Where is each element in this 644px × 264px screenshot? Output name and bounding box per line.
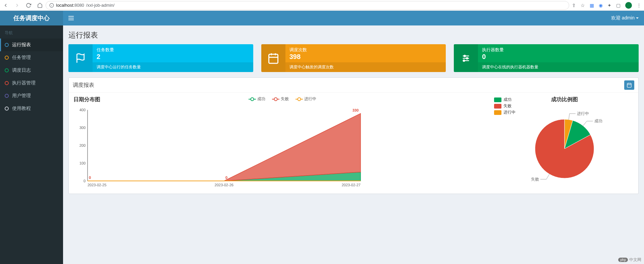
url-host: localhost:: [56, 3, 74, 8]
info-box-label: 执行器数量: [482, 47, 635, 53]
info-icon: [49, 3, 54, 8]
panel-header: 调度报表: [69, 78, 638, 93]
info-box-value: 2: [97, 53, 249, 60]
sidebar-item-label: 运行报表: [12, 42, 31, 48]
info-box-2: 执行器数量 0 调度中心在线的执行器机器数量: [454, 44, 639, 72]
kebab-icon[interactable]: ⋮: [637, 3, 641, 8]
info-box-icon: [68, 44, 93, 72]
report-panel: 调度报表 日期分布图 .legend-mark:nth-child(1) .le…: [68, 77, 639, 194]
app-header: 任务调度中心 欢迎 admin: [0, 11, 644, 25]
legend-running[interactable]: .legend-mark:nth-child(3) .legend-line::…: [296, 96, 316, 102]
user-menu[interactable]: 欢迎 admin: [611, 15, 639, 21]
circle-icon: [5, 68, 9, 72]
circle-icon: [5, 56, 9, 60]
browser-nav-icons: [3, 2, 43, 8]
svg-point-12: [464, 55, 466, 57]
svg-text:失败: 失败: [531, 177, 539, 182]
sidebar-item-1[interactable]: 任务管理: [0, 51, 63, 64]
sidebar-toggle-icon[interactable]: [68, 16, 74, 20]
legend-success[interactable]: .legend-mark:nth-child(1) .legend-line::…: [249, 96, 265, 102]
watermark-badge: php: [618, 258, 628, 262]
profile-avatar-icon[interactable]: [625, 2, 632, 9]
svg-rect-17: [627, 83, 631, 87]
line-chart-title: 日期分布图: [71, 96, 100, 103]
svg-text:2023-02-26: 2023-02-26: [215, 183, 233, 187]
circle-icon: [5, 107, 9, 111]
date-picker-button[interactable]: [624, 80, 634, 90]
line-chart: 01002003004002023-02-252023-02-262023-02…: [71, 103, 373, 190]
pie-chart-container: 成功 失败 进行中 成功比例图 进行中成功失败: [494, 96, 635, 190]
svg-text:100: 100: [79, 161, 86, 165]
watermark-text: 中文网: [629, 257, 641, 263]
sidebar-item-0[interactable]: 运行报表: [0, 39, 63, 51]
svg-text:0: 0: [89, 176, 91, 180]
svg-point-14: [467, 57, 468, 59]
circle-icon: [5, 81, 9, 85]
wifi-icon[interactable]: ◉: [599, 3, 603, 8]
star-icon[interactable]: ☆: [581, 3, 585, 8]
svg-text:成功: 成功: [594, 119, 602, 123]
info-box-value: 398: [289, 53, 442, 60]
pie-legend-fail[interactable]: 失败: [494, 103, 516, 109]
browser-right-icons: ⇪ ☆ ▦ ◉ ✦ ▢ ⋮: [572, 2, 641, 9]
info-box-desc: 调度中心在线的执行器机器数量: [478, 62, 639, 72]
info-box-1: 调度次数 398 调度中心触发的调度次数: [261, 44, 446, 72]
page-title: 运行报表: [63, 25, 644, 44]
sidebar-item-4[interactable]: 用户管理: [0, 89, 63, 102]
url-bar[interactable]: localhost:8080/xxl-job-admin/: [46, 1, 569, 10]
panel-title: 调度报表: [73, 82, 94, 89]
pie-legend: 成功 失败 进行中: [494, 96, 516, 116]
url-port: 8080: [74, 3, 84, 8]
home-icon[interactable]: [37, 2, 43, 8]
svg-rect-3: [68, 16, 74, 17]
sidebar-item-label: 用户管理: [12, 93, 31, 99]
sidebar-item-5[interactable]: 使用教程: [0, 102, 63, 115]
svg-text:0: 0: [84, 179, 86, 183]
circle-icon: [5, 94, 9, 98]
sidebar: 导航 运行报表任务管理调度日志执行器管理用户管理使用教程: [0, 25, 63, 264]
info-boxes-row: 任务数量 2 调度中心运行的任务数量 调度次数 398 调度中心触发的调度次数 …: [68, 44, 639, 72]
info-box-icon: [454, 44, 478, 72]
sidebar-item-label: 任务管理: [12, 55, 31, 61]
sidebar-item-label: 使用教程: [12, 106, 31, 112]
info-box-0: 任务数量 2 调度中心运行的任务数量: [68, 44, 253, 72]
legend-fail[interactable]: .legend-mark:nth-child(2) .legend-line::…: [272, 96, 289, 102]
share-icon[interactable]: ⇪: [572, 3, 576, 8]
back-icon[interactable]: [3, 2, 9, 8]
svg-text:2023-02-27: 2023-02-27: [342, 183, 361, 187]
pie-legend-success[interactable]: 成功: [494, 97, 516, 103]
svg-rect-5: [68, 19, 74, 20]
info-box-desc: 调度中心触发的调度次数: [285, 62, 446, 72]
logo[interactable]: 任务调度中心: [0, 11, 63, 25]
svg-text:0: 0: [225, 176, 227, 180]
svg-text:400: 400: [79, 108, 86, 112]
info-box-label: 任务数量: [97, 47, 249, 53]
forward-icon[interactable]: [14, 2, 20, 8]
url-path: /xxl-job-admin/: [86, 3, 115, 8]
svg-text:进行中: 进行中: [577, 111, 589, 116]
circle-icon: [5, 43, 9, 47]
reload-icon[interactable]: [25, 2, 32, 8]
svg-text:2023-02-25: 2023-02-25: [88, 183, 106, 187]
extension-icon[interactable]: ✦: [607, 3, 611, 8]
main-content: 运行报表 任务数量 2 调度中心运行的任务数量 调度次数 398 调度中心触发的…: [63, 25, 644, 264]
pie-chart: 进行中成功失败: [494, 105, 635, 186]
pie-legend-running[interactable]: 进行中: [494, 110, 516, 115]
sidebar-item-3[interactable]: 执行器管理: [0, 77, 63, 89]
browser-bar: localhost:8080/xxl-job-admin/ ⇪ ☆ ▦ ◉ ✦ …: [0, 0, 644, 11]
info-box-label: 调度次数: [289, 47, 442, 53]
window-icon[interactable]: ▢: [616, 3, 621, 8]
svg-rect-7: [269, 54, 278, 63]
sidebar-item-2[interactable]: 调度日志: [0, 64, 63, 77]
welcome-text: 欢迎 admin: [611, 15, 635, 21]
caret-down-icon: [636, 17, 639, 19]
svg-text:300: 300: [79, 126, 86, 130]
info-box-value: 0: [482, 53, 635, 60]
svg-rect-4: [68, 18, 74, 18]
sidebar-section-header: 导航: [0, 27, 63, 39]
apps-icon[interactable]: ▦: [590, 3, 594, 8]
line-chart-container: 日期分布图 .legend-mark:nth-child(1) .legend-…: [71, 96, 494, 190]
sidebar-item-label: 调度日志: [12, 67, 31, 73]
line-chart-legend: .legend-mark:nth-child(1) .legend-line::…: [71, 96, 494, 102]
sidebar-item-label: 执行器管理: [12, 80, 36, 86]
